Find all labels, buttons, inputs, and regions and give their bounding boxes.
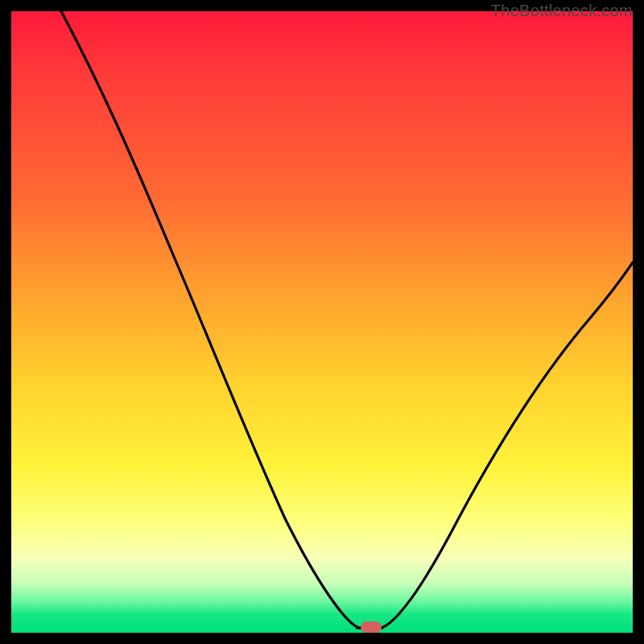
bottleneck-curve: [11, 11, 633, 633]
chart-stage: TheBottleneck.com: [0, 0, 644, 644]
plot-area: [11, 11, 633, 633]
curve-path: [61, 11, 633, 628]
optimal-marker: [361, 621, 382, 633]
watermark-text: TheBottleneck.com: [491, 2, 633, 20]
